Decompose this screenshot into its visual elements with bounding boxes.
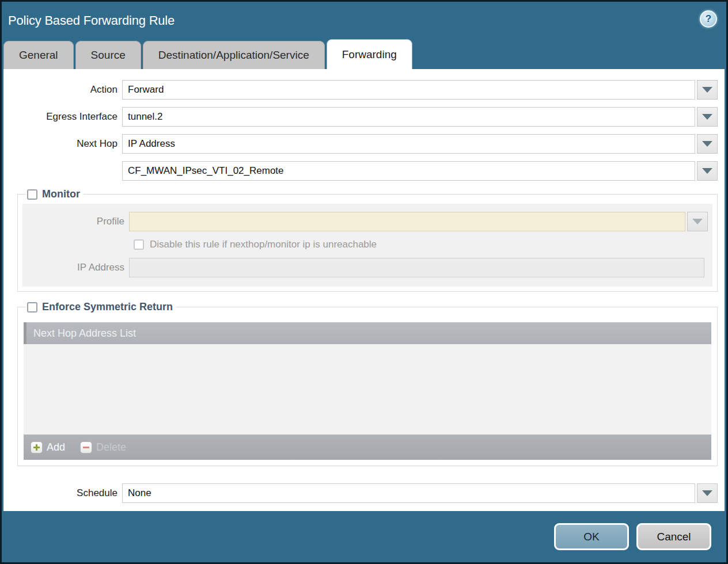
action-value[interactable]: Forward [122, 80, 695, 100]
enforce-symmetric-return-title: Enforce Symmetric Return [42, 301, 173, 313]
tab-destination-application-service[interactable]: Destination/Application/Service [143, 41, 325, 69]
monitor-legend: Monitor [26, 188, 84, 200]
add-button[interactable]: Add [31, 441, 65, 454]
next-hop-address-list-body[interactable] [24, 344, 711, 435]
dialog-title: Policy Based Forwarding Rule [8, 13, 175, 28]
chevron-down-icon [702, 168, 712, 174]
forwarding-tab-panel: Action Forward Egress Interface tunnel.2… [3, 69, 725, 511]
enforce-symmetric-return-checkbox[interactable] [27, 302, 37, 313]
tab-source[interactable]: Source [75, 41, 141, 69]
tab-forwarding-label: Forwarding [342, 48, 397, 61]
profile-label: Profile [22, 216, 129, 227]
egress-interface-label: Egress Interface [3, 111, 122, 123]
tab-forwarding[interactable]: Forwarding [327, 39, 412, 69]
ok-button[interactable]: OK [554, 523, 629, 550]
next-hop-address-list-toolbar: Add Delete [24, 435, 711, 460]
disable-rule-row: Disable this rule if nexthop/monitor ip … [134, 239, 708, 250]
disable-rule-label: Disable this rule if nexthop/monitor ip … [150, 239, 377, 250]
action-row: Action Forward [3, 80, 718, 100]
chevron-down-icon [692, 219, 703, 224]
next-hop-address-combo: CF_MWAN_IPsec_VTI_02_Remote [122, 161, 718, 181]
egress-interface-value[interactable]: tunnel.2 [122, 107, 695, 127]
policy-based-forwarding-rule-dialog: Policy Based Forwarding Rule ? General S… [0, 0, 728, 564]
next-hop-address-row: CF_MWAN_IPsec_VTI_02_Remote [3, 161, 718, 181]
cancel-button[interactable]: Cancel [636, 523, 711, 550]
schedule-value[interactable]: None [122, 483, 695, 503]
chevron-down-icon [702, 490, 712, 496]
action-label: Action [3, 84, 122, 96]
next-hop-type-value[interactable]: IP Address [122, 134, 695, 154]
monitor-checkbox[interactable] [27, 189, 37, 200]
next-hop-address-list-header[interactable]: Next Hop Address List [24, 322, 711, 344]
profile-row: Profile [22, 212, 708, 231]
monitor-panel: Profile Disable this rule if nexthop/mon… [22, 204, 712, 287]
monitor-title: Monitor [42, 188, 80, 200]
tab-general-label: General [19, 49, 58, 62]
chevron-down-icon [702, 141, 712, 147]
next-hop-row: Next Hop IP Address [3, 134, 718, 154]
monitor-fieldset: Monitor Profile Disable this rule if nex… [17, 188, 718, 292]
enforce-symmetric-return-legend: Enforce Symmetric Return [26, 301, 176, 313]
next-hop-address-dropdown-button[interactable] [697, 161, 718, 181]
add-button-label: Add [47, 441, 65, 454]
schedule-row: Schedule None [3, 483, 718, 503]
profile-dropdown-button [687, 212, 708, 231]
next-hop-label: Next Hop [3, 138, 122, 150]
schedule-combo: None [122, 483, 718, 503]
monitor-ip-address-row: IP Address [22, 258, 708, 277]
next-hop-type-combo: IP Address [122, 134, 718, 154]
egress-interface-row: Egress Interface tunnel.2 [3, 107, 718, 127]
monitor-ip-address-input [129, 258, 704, 277]
profile-value [129, 212, 685, 231]
delete-button-label: Delete [96, 441, 126, 454]
next-hop-address-value[interactable]: CF_MWAN_IPsec_VTI_02_Remote [122, 161, 695, 181]
schedule-label: Schedule [3, 487, 122, 499]
action-combo: Forward [122, 80, 718, 100]
tab-general[interactable]: General [3, 41, 74, 69]
dialog-footer: OK Cancel [2, 511, 726, 562]
dialog-titlebar: Policy Based Forwarding Rule ? [2, 2, 726, 39]
egress-interface-dropdown-button[interactable] [697, 107, 718, 127]
tab-source-label: Source [91, 49, 126, 62]
next-hop-type-dropdown-button[interactable] [697, 134, 718, 154]
next-hop-address-list-header-label: Next Hop Address List [33, 327, 136, 340]
egress-interface-combo: tunnel.2 [122, 107, 718, 127]
next-hop-address-list-table: Next Hop Address List Add Delete [24, 322, 711, 460]
action-dropdown-button[interactable] [697, 80, 718, 100]
tab-bar: General Source Destination/Application/S… [2, 39, 726, 69]
tab-destination-application-service-label: Destination/Application/Service [158, 49, 309, 62]
monitor-ip-address-label: IP Address [22, 262, 129, 273]
plus-icon [31, 441, 43, 454]
delete-button: Delete [80, 441, 126, 454]
disable-rule-checkbox [134, 239, 144, 250]
help-icon[interactable]: ? [700, 10, 717, 28]
help-glyph: ? [706, 13, 711, 25]
chevron-down-icon [702, 114, 712, 120]
minus-icon [80, 441, 92, 454]
schedule-dropdown-button[interactable] [697, 483, 718, 503]
chevron-down-icon [702, 87, 712, 93]
enforce-symmetric-return-fieldset: Enforce Symmetric Return Next Hop Addres… [17, 301, 718, 466]
